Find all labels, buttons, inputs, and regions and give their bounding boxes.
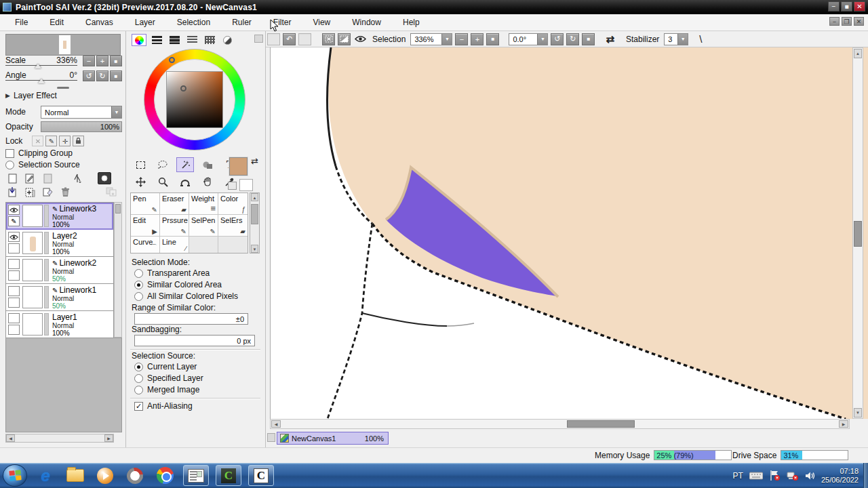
panel-splitter-grip[interactable]	[57, 87, 69, 89]
selection-source-row[interactable]: Selection Source	[5, 160, 80, 169]
opacity-slider[interactable]: 100%	[41, 121, 122, 132]
minimize-button[interactable]: −	[828, 1, 840, 12]
chevron-down-icon[interactable]: ▼	[111, 106, 121, 118]
lock-all-icon[interactable]	[73, 136, 84, 146]
tool-prssure[interactable]: Prssure✎	[160, 215, 189, 237]
navigator-preview[interactable]	[5, 34, 121, 56]
primary-color-swatch[interactable]	[229, 157, 248, 176]
color-wheel-tab[interactable]	[132, 34, 146, 46]
radio-all-similar-pixels[interactable]	[134, 292, 143, 301]
clear-layer-button[interactable]	[41, 186, 54, 198]
zoom-in-button[interactable]: +	[96, 56, 108, 66]
undo-button[interactable]: ↶	[283, 33, 296, 45]
canvas-rotate-reset-button[interactable]: ■	[582, 33, 595, 45]
layer-row-linework2[interactable]: ✎Linework2 Normal 50%	[6, 257, 113, 284]
vscroll-thumb[interactable]	[854, 221, 862, 247]
chevron-down-icon[interactable]: ▼	[441, 34, 452, 45]
sandbagging-input[interactable]: 0 px	[134, 335, 255, 346]
taskbar-painttool-sai-active[interactable]	[183, 465, 209, 486]
new-layer-button[interactable]	[5, 172, 19, 184]
selection-source-radio[interactable]	[5, 161, 14, 169]
tool-edit[interactable]: Edit▶	[131, 215, 160, 237]
swatches-tab[interactable]	[202, 34, 217, 46]
tool-selpen[interactable]: SelPen✎	[189, 215, 218, 237]
scroll-down-icon[interactable]: ▼	[251, 245, 258, 253]
mode-transparent-area[interactable]: Transparent Area	[134, 268, 210, 278]
layer-visibility-toggle[interactable]	[8, 205, 20, 215]
layer-row-linework1[interactable]: ✎Linework1 Normal 50%	[6, 284, 113, 311]
copy-layer-button[interactable]	[23, 186, 37, 198]
lasso-tool[interactable]	[154, 157, 172, 172]
canvas-rotate-cw-button[interactable]: ↻	[566, 33, 579, 45]
angle-select[interactable]: 0.0° ▼	[509, 33, 548, 45]
rect-select-tool[interactable]	[132, 157, 149, 172]
tool-weight[interactable]: Weight≡	[189, 193, 218, 215]
color-mixer-tab[interactable]	[184, 34, 199, 46]
mdi-close-button[interactable]: ✕	[854, 17, 864, 26]
layer-thumbnail[interactable]	[22, 313, 43, 336]
angle-slider-thumb[interactable]	[38, 79, 45, 83]
menu-selection[interactable]: Selection	[170, 15, 217, 30]
scale-slider-thumb[interactable]	[35, 64, 41, 68]
layer-visibility-toggle[interactable]	[8, 286, 20, 296]
source-merged-image[interactable]: Merged Image	[134, 385, 199, 394]
menu-ruler[interactable]: Ruler	[225, 15, 258, 30]
menu-window[interactable]: Window	[345, 15, 388, 30]
layer-effect-header[interactable]: ▶ Layer Effect	[5, 91, 57, 100]
magic-wand-tool[interactable]	[176, 157, 194, 172]
rotate-ccw-button[interactable]: ↺	[83, 70, 95, 81]
taskbar-media-player[interactable]	[94, 466, 117, 486]
keyboard-icon[interactable]	[749, 472, 763, 480]
canvas-zoom-in-button[interactable]: +	[471, 33, 484, 45]
chevron-down-icon[interactable]: ▼	[537, 34, 547, 45]
layer-row-linework3[interactable]: ✎ ✎Linework3 Normal 100%	[6, 203, 113, 230]
sv-marker[interactable]	[180, 85, 186, 92]
zoom-select[interactable]: 336% ▼	[410, 33, 452, 45]
layer-visibility-toggle[interactable]	[8, 313, 20, 323]
tool-grid-scroll-thumb[interactable]	[251, 204, 258, 224]
secondary-color-swatch[interactable]	[239, 179, 253, 191]
hscroll-thumb[interactable]	[567, 420, 635, 428]
antialiasing-row[interactable]: ✓ Anti-Aliasing	[134, 401, 193, 411]
taskbar-camtasia-editor[interactable]: C	[248, 465, 274, 486]
chevron-down-icon[interactable]: ▼	[677, 34, 688, 45]
clipping-group-row[interactable]: Clipping Group	[5, 148, 73, 158]
volume-icon[interactable]	[805, 471, 815, 481]
layers-hscrollbar[interactable]: ◀ ▶	[5, 434, 114, 443]
canvas-zoom-out-button[interactable]: −	[455, 33, 468, 45]
mdi-minimize-button[interactable]: −	[829, 17, 840, 26]
layers-scrollbar[interactable]	[114, 202, 122, 338]
lock-transparency-button[interactable]: ✕	[32, 136, 43, 146]
layer-thumbnail[interactable]	[22, 286, 43, 308]
new-linework-layer-button[interactable]	[23, 172, 37, 184]
radio-transparent-area[interactable]	[134, 269, 143, 278]
menu-layer[interactable]: Layer	[128, 15, 162, 30]
scroll-left-icon[interactable]: ◀	[271, 420, 281, 428]
scroll-right-icon[interactable]: ▶	[839, 420, 848, 428]
custom-color-tab[interactable]	[220, 34, 235, 46]
source-current-layer[interactable]: Current Layer	[134, 362, 197, 371]
taskbar-chrome[interactable]	[153, 466, 176, 486]
canvas-vscrollbar[interactable]: ▲ ▼	[852, 47, 863, 419]
menu-view[interactable]: View	[306, 15, 337, 30]
zoom-reset-button[interactable]: ■	[110, 56, 122, 66]
lock-pixels-button[interactable]: ✎	[45, 136, 57, 146]
scale-slider-track[interactable]	[5, 65, 77, 66]
taskbar-clock[interactable]: 07:18 25/06/2022	[821, 467, 859, 485]
scroll-left-icon[interactable]: ◀	[6, 434, 15, 442]
mdi-restore-button[interactable]: ❐	[842, 17, 852, 26]
radio-specified-layer[interactable]	[134, 374, 143, 383]
mode-all-similar-pixels[interactable]: All Similar Colored Pixels	[134, 291, 238, 301]
blend-mode-select[interactable]: Normal ▼	[41, 106, 122, 119]
panel-collapse-button[interactable]	[254, 35, 263, 43]
language-indicator[interactable]: PT	[733, 471, 743, 481]
transform-button[interactable]	[71, 172, 84, 184]
menu-canvas[interactable]: Canvas	[79, 15, 120, 30]
layers-scrollbar-thumb[interactable]	[115, 204, 121, 214]
network-status-icon[interactable]	[787, 471, 799, 481]
paints-effect-button[interactable]	[98, 172, 111, 184]
antialiasing-checkbox[interactable]: ✓	[134, 402, 143, 411]
radio-merged-image[interactable]	[134, 386, 143, 394]
taskbar-file-explorer[interactable]	[64, 466, 87, 486]
menu-help[interactable]: Help	[396, 15, 427, 30]
